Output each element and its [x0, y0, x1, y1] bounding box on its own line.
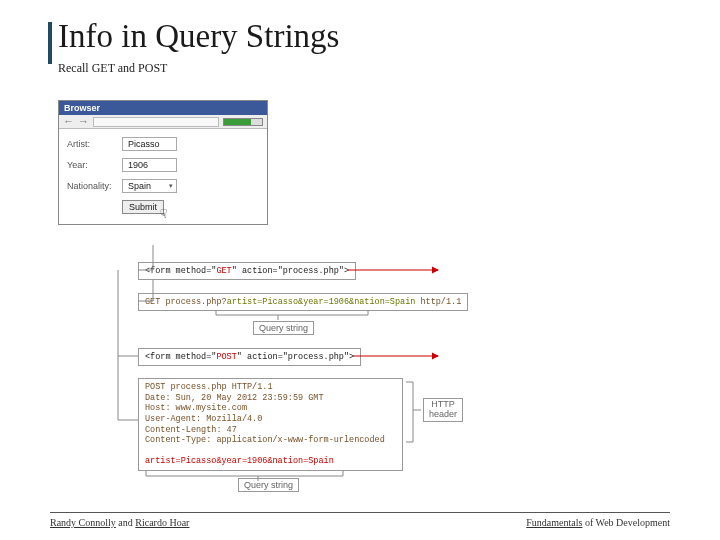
form-get-code: <form method="GET" action="process.php">: [138, 262, 356, 280]
footer: Randy Connolly and Ricardo Hoar Fundamen…: [50, 512, 670, 528]
slide-subtitle: Recall GET and POST: [58, 61, 670, 76]
mouse-cursor-icon: ☟: [160, 207, 167, 221]
artist-input[interactable]: Picasso: [122, 137, 177, 151]
nationality-label: Nationality:: [67, 181, 122, 191]
year-input[interactable]: 1906: [122, 158, 177, 172]
forward-arrow-icon[interactable]: →: [78, 116, 89, 127]
footer-book: Fundamentals of Web Development: [526, 517, 670, 528]
footer-authors: Randy Connolly and Ricardo Hoar: [50, 517, 189, 528]
progress-indicator: [223, 118, 263, 126]
browser-titlebar: Browser: [59, 101, 267, 115]
artist-label: Artist:: [67, 139, 122, 149]
slide-title: Info in Query Strings: [58, 18, 670, 55]
query-string-label-2: Query string: [238, 478, 299, 492]
submit-label: Submit: [129, 202, 157, 212]
back-arrow-icon[interactable]: ←: [63, 116, 74, 127]
url-bar[interactable]: [93, 117, 219, 127]
browser-navbar: ← →: [59, 115, 267, 129]
post-request-code: POST process.php HTTP/1.1 Date: Sun, 20 …: [138, 378, 403, 471]
year-label: Year:: [67, 160, 122, 170]
form-body: Artist: Picasso Year: 1906 Nationality: …: [59, 129, 267, 224]
nationality-select[interactable]: Spain ▾: [122, 179, 177, 193]
chevron-down-icon: ▾: [169, 182, 173, 190]
query-string-label-1: Query string: [253, 321, 314, 335]
browser-mock: Browser ← → Artist: Picasso Year: 1906 N…: [58, 100, 268, 225]
form-post-code: <form method="POST" action="process.php"…: [138, 348, 361, 366]
diagram: Browser ← → Artist: Picasso Year: 1906 N…: [58, 100, 518, 225]
nationality-value: Spain: [128, 181, 151, 191]
http-header-label: HTTP header: [423, 398, 463, 422]
submit-button[interactable]: Submit ☟: [122, 200, 164, 214]
get-request-code: GET process.php?artist=Picasso&year=1906…: [138, 293, 468, 311]
